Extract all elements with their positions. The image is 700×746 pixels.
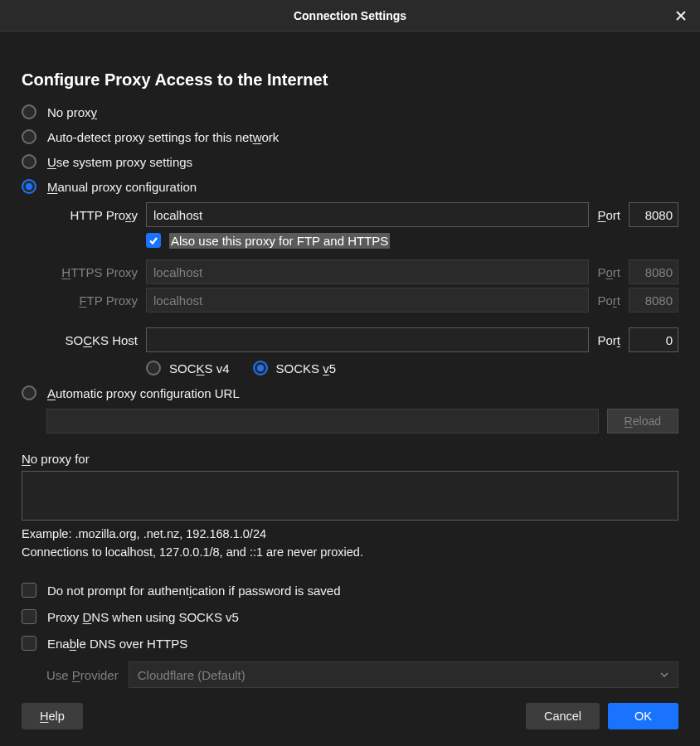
socks-port-input[interactable] bbox=[629, 327, 678, 352]
doh-provider-select: Cloudflare (Default) bbox=[129, 661, 678, 688]
doh-provider-row: Use Provider Cloudflare (Default) bbox=[46, 661, 678, 688]
radio-manual-proxy[interactable]: Manual proxy configuration bbox=[22, 174, 678, 199]
window-title: Connection Settings bbox=[294, 9, 406, 22]
section-title: Configure Proxy Access to the Internet bbox=[22, 70, 678, 90]
radio-icon bbox=[22, 154, 36, 169]
http-port-input[interactable] bbox=[629, 202, 678, 227]
http-port-label: Port bbox=[597, 208, 620, 222]
checkbox-icon bbox=[22, 636, 36, 651]
radio-icon bbox=[253, 361, 268, 375]
auto-config-url-input bbox=[46, 409, 599, 434]
radio-no-proxy[interactable]: No proxy bbox=[22, 99, 678, 124]
radio-icon bbox=[22, 104, 36, 119]
radio-system-proxy[interactable]: Use system proxy settings bbox=[22, 149, 678, 174]
no-proxy-example: Example: .mozilla.org, .net.nz, 192.168.… bbox=[22, 527, 678, 540]
radio-label: Auto-detect proxy settings for this netw… bbox=[47, 130, 279, 144]
checkbox-proxy-dns[interactable]: Proxy DNS when using SOCKS v5 bbox=[22, 603, 678, 630]
share-proxy-label: Also use this proxy for FTP and HTTPS bbox=[169, 234, 390, 248]
https-proxy-row: HTTPS Proxy Port bbox=[46, 259, 678, 284]
doh-provider-value: Cloudflare (Default) bbox=[138, 668, 245, 682]
checkbox-dns-over-https[interactable]: Enable DNS over HTTPS bbox=[22, 630, 678, 656]
cancel-button[interactable]: Cancel bbox=[526, 703, 600, 729]
socks-host-row: SOCKS Host Port bbox=[46, 327, 678, 352]
doh-provider-label: Use Provider bbox=[46, 668, 119, 682]
radio-label: No proxy bbox=[47, 105, 97, 119]
radio-label: SOCKS v5 bbox=[276, 361, 337, 375]
no-proxy-note: Connections to localhost, 127.0.0.1/8, a… bbox=[22, 545, 678, 559]
no-proxy-for-label: No proxy for bbox=[22, 452, 678, 466]
checkbox-icon bbox=[22, 609, 36, 624]
https-port-input bbox=[629, 259, 678, 284]
checkbox-icon bbox=[22, 583, 36, 598]
reload-button: Reload bbox=[607, 409, 678, 434]
http-proxy-label: HTTP Proxy bbox=[46, 208, 138, 222]
dialog-footer: Help Cancel OK bbox=[22, 703, 678, 729]
help-button[interactable]: Help bbox=[22, 703, 83, 729]
socks-host-input[interactable] bbox=[146, 327, 589, 352]
radio-label: Use system proxy settings bbox=[47, 155, 192, 169]
radio-icon bbox=[22, 129, 36, 144]
radio-icon bbox=[22, 385, 36, 400]
ok-button[interactable]: OK bbox=[608, 703, 678, 729]
radio-socks-v5[interactable]: SOCKS v5 bbox=[253, 361, 337, 375]
http-proxy-row: HTTP Proxy Port bbox=[46, 202, 678, 227]
radio-auto-detect[interactable]: Auto-detect proxy settings for this netw… bbox=[22, 124, 678, 149]
radio-label: SOCKS v4 bbox=[169, 361, 230, 375]
radio-socks-v4[interactable]: SOCKS v4 bbox=[146, 361, 230, 375]
ftp-proxy-input bbox=[146, 288, 589, 312]
auto-config-url-row: Reload bbox=[46, 409, 678, 434]
socks-port-label: Port bbox=[597, 333, 620, 347]
radio-auto-config-url[interactable]: Automatic proxy configuration URL bbox=[22, 380, 678, 405]
share-proxy-checkbox bbox=[146, 233, 161, 248]
titlebar: Connection Settings bbox=[0, 0, 700, 31]
no-proxy-for-input[interactable] bbox=[22, 471, 678, 521]
https-proxy-label: HTTPS Proxy bbox=[46, 265, 138, 279]
checkbox-no-auth-prompt[interactable]: Do not prompt for authentication if pass… bbox=[22, 577, 678, 603]
ftp-proxy-label: FTP Proxy bbox=[46, 293, 138, 308]
radio-icon bbox=[22, 179, 36, 194]
chevron-down-icon bbox=[659, 670, 669, 680]
radio-icon bbox=[146, 361, 161, 375]
checkbox-label: Do not prompt for authentication if pass… bbox=[47, 584, 341, 598]
options-group: Do not prompt for authentication if pass… bbox=[22, 577, 678, 688]
checkbox-label: Proxy DNS when using SOCKS v5 bbox=[47, 610, 239, 624]
dialog-content: Configure Proxy Access to the Internet N… bbox=[0, 31, 700, 746]
socks-host-label: SOCKS Host bbox=[46, 333, 138, 347]
ftp-proxy-row: FTP Proxy Port bbox=[46, 288, 678, 312]
manual-proxy-fields: HTTP Proxy Port Also use this proxy for … bbox=[46, 202, 678, 356]
checkbox-label: Enable DNS over HTTPS bbox=[47, 637, 187, 651]
ftp-port-label: Port bbox=[597, 293, 620, 308]
http-proxy-input[interactable] bbox=[146, 202, 589, 227]
close-icon[interactable] bbox=[674, 9, 688, 22]
socks-version-row: SOCKS v4 SOCKS v5 bbox=[146, 356, 678, 380]
https-port-label: Port bbox=[597, 265, 620, 279]
radio-label: Manual proxy configuration bbox=[47, 180, 197, 194]
https-proxy-input bbox=[146, 259, 589, 284]
share-proxy-row[interactable]: Also use this proxy for FTP and HTTPS bbox=[146, 230, 678, 256]
ftp-port-input bbox=[629, 288, 678, 312]
radio-label: Automatic proxy configuration URL bbox=[47, 386, 240, 400]
